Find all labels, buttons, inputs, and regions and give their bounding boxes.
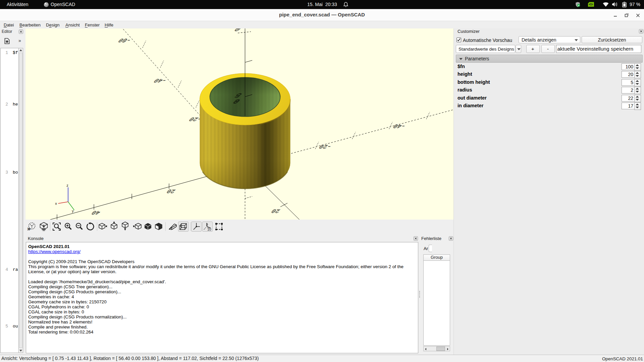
- svg-text:y: y: [72, 209, 74, 213]
- svg-text:z: z: [66, 184, 68, 188]
- svg-text:10: 10: [207, 227, 211, 231]
- svg-text:x: x: [55, 202, 57, 206]
- svg-text:»: »: [27, 225, 31, 231]
